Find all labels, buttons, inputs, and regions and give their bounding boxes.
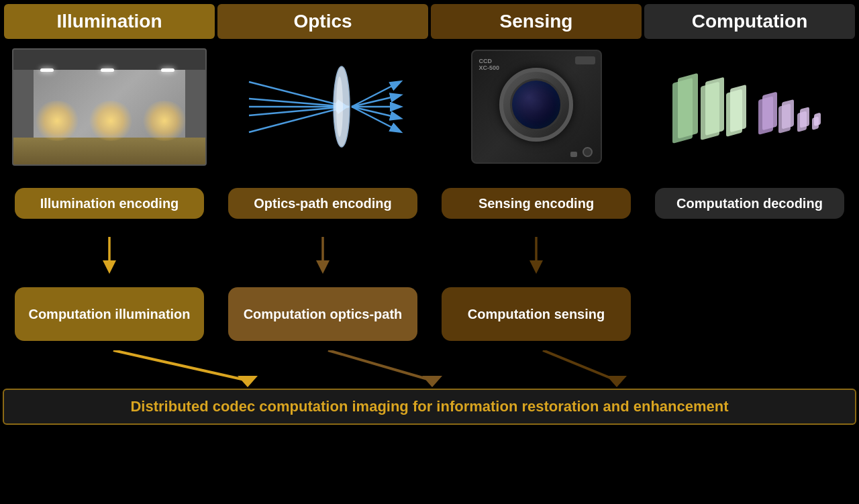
svg-marker-37 bbox=[607, 376, 627, 387]
computation-label: Computation bbox=[692, 11, 808, 32]
comp-optics-box: Computation optics-path bbox=[228, 287, 418, 341]
optics-svg bbox=[229, 48, 417, 166]
svg-rect-21 bbox=[782, 99, 794, 130]
arrow-illumination-cell bbox=[4, 237, 215, 277]
computation-layers-svg bbox=[659, 50, 840, 164]
header-optics: Optics bbox=[217, 4, 428, 39]
camera-brand: CCDXC-500 bbox=[479, 58, 500, 71]
svg-rect-19 bbox=[762, 91, 777, 130]
svg-line-32 bbox=[113, 350, 248, 381]
encoding-illumination-cell: Illumination encoding bbox=[4, 174, 215, 232]
arrow-sensing-down bbox=[523, 237, 550, 277]
comp-optics-text: Computation optics-path bbox=[244, 305, 403, 323]
header-illumination: Illumination bbox=[4, 4, 215, 39]
svg-rect-25 bbox=[814, 113, 821, 127]
header-computation: Computation bbox=[644, 4, 855, 39]
banner-text: Distributed codec computation imaging fo… bbox=[130, 398, 728, 415]
arrow-sensing-cell bbox=[431, 237, 642, 277]
illumination-scene bbox=[12, 48, 207, 166]
comp-illumination-cell: Computation illumination bbox=[4, 282, 215, 346]
main-container: Illumination Optics Sensing Computation bbox=[0, 0, 859, 504]
encoding-sensing-cell: Sensing encoding bbox=[431, 174, 642, 232]
bottom-banner: Distributed codec computation imaging fo… bbox=[3, 389, 856, 425]
arrow-optics-cell bbox=[217, 237, 428, 277]
svg-line-34 bbox=[328, 350, 432, 381]
comp-illumination-text: Computation illumination bbox=[28, 305, 190, 323]
svg-marker-29 bbox=[316, 260, 330, 274]
encoding-computation-text: Computation decoding bbox=[676, 195, 823, 212]
sensing-label: Sensing bbox=[500, 11, 573, 32]
computation-image-cell bbox=[644, 44, 855, 169]
optics-label: Optics bbox=[293, 11, 352, 32]
arrow-row-1 bbox=[3, 234, 856, 281]
svg-marker-31 bbox=[529, 260, 543, 274]
arrow-illumination-down bbox=[96, 237, 123, 277]
illumination-image-cell bbox=[4, 44, 215, 169]
optics-visual bbox=[229, 48, 417, 166]
svg-rect-23 bbox=[800, 107, 809, 128]
optics-image-cell bbox=[217, 44, 428, 169]
svg-line-8 bbox=[352, 95, 400, 107]
camera-top-element bbox=[575, 56, 595, 64]
encoding-row: Illumination encoding Optics-path encodi… bbox=[3, 173, 856, 234]
svg-rect-17 bbox=[730, 85, 746, 132]
comp-empty-cell bbox=[644, 282, 855, 346]
encoding-computation-box: Computation decoding bbox=[655, 188, 845, 219]
svg-marker-35 bbox=[422, 376, 442, 387]
encoding-illumination-text: Illumination encoding bbox=[40, 195, 179, 212]
camera-visual: CCDXC-500 bbox=[471, 50, 602, 164]
comp-sensing-text: Computation sensing bbox=[468, 305, 605, 323]
image-row: CCDXC-500 bbox=[3, 43, 856, 170]
encoding-optics-cell: Optics-path encoding bbox=[217, 174, 428, 232]
bottom-arrow-row bbox=[3, 350, 856, 387]
encoding-illumination-box: Illumination encoding bbox=[15, 188, 205, 219]
illumination-label: Illumination bbox=[56, 11, 162, 32]
arrow-optics-down bbox=[309, 237, 336, 277]
svg-rect-13 bbox=[678, 73, 698, 139]
comp-sensing-cell: Computation sensing bbox=[431, 282, 642, 346]
bottom-arrows-svg bbox=[6, 350, 858, 387]
svg-line-10 bbox=[352, 107, 400, 118]
encoding-optics-text: Optics-path encoding bbox=[254, 195, 392, 212]
svg-line-7 bbox=[352, 82, 400, 107]
sensing-image-cell: CCDXC-500 bbox=[431, 44, 642, 169]
svg-point-6 bbox=[336, 77, 343, 137]
encoding-computation-cell: Computation decoding bbox=[644, 174, 855, 232]
svg-line-11 bbox=[352, 107, 400, 132]
svg-line-36 bbox=[543, 350, 617, 381]
svg-rect-15 bbox=[705, 77, 724, 136]
svg-marker-33 bbox=[238, 376, 258, 387]
comp-optics-cell: Computation optics-path bbox=[217, 282, 428, 346]
comp-sensing-box: Computation sensing bbox=[442, 287, 631, 341]
header-row: Illumination Optics Sensing Computation bbox=[3, 3, 856, 40]
computation-row: Computation illumination Computation opt… bbox=[3, 281, 856, 348]
header-sensing: Sensing bbox=[431, 4, 642, 39]
comp-illumination-box: Computation illumination bbox=[15, 287, 205, 341]
computation-layers-visual bbox=[656, 48, 844, 166]
encoding-sensing-text: Sensing encoding bbox=[478, 195, 594, 212]
svg-marker-27 bbox=[103, 260, 116, 274]
encoding-sensing-box: Sensing encoding bbox=[442, 188, 631, 219]
encoding-optics-box: Optics-path encoding bbox=[228, 188, 418, 219]
